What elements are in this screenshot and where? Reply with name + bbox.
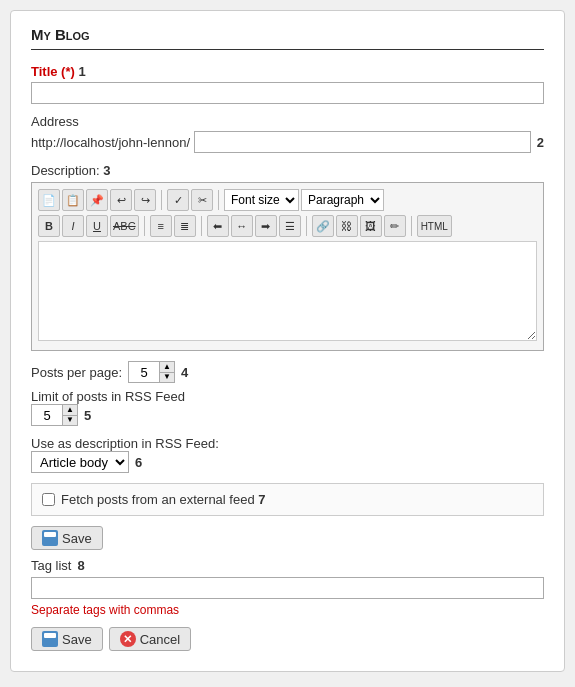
rss-limit-spinner[interactable]: ▲ ▼ (31, 404, 78, 426)
toolbar-sep1 (161, 190, 162, 210)
save-icon-bottom (42, 631, 58, 647)
toolbar-html-btn[interactable]: HTML (417, 215, 452, 237)
toolbar-undo-icon[interactable]: ↩ (110, 189, 132, 211)
toolbar-sep2 (218, 190, 219, 210)
toolbar-justify-btn[interactable]: ☰ (279, 215, 301, 237)
toolbar-sep5 (306, 216, 307, 236)
tags-hint: Separate tags with commas (31, 603, 544, 617)
save-icon-top (42, 530, 58, 546)
toolbar-unlink-btn[interactable]: ⛓ (336, 215, 358, 237)
address-row: http://localhost/john-lennon/ 2 (31, 131, 544, 153)
tag-list-num: 8 (77, 558, 84, 573)
editor-toolbar-row2: B I U ABC ≡ ≣ ⬅ ↔ ➡ ☰ 🔗 ⛓ 🖼 ✏ HTML (38, 215, 537, 237)
save-button-bottom[interactable]: Save (31, 627, 103, 651)
cancel-button[interactable]: ✕ Cancel (109, 627, 191, 651)
fetch-checkbox-label: Fetch posts from an external feed 7 (61, 492, 266, 507)
toolbar-align-center-btn[interactable]: ↔ (231, 215, 253, 237)
toolbar-ol-btn[interactable]: ≣ (174, 215, 196, 237)
editor-toolbar-row1: 📄 📋 📌 ↩ ↪ ✓ ✂ Font size 8 9 10 12 14 18 (38, 189, 537, 211)
cancel-icon: ✕ (120, 631, 136, 647)
posts-per-page-spinner[interactable]: ▲ ▼ (128, 361, 175, 383)
address-input[interactable] (194, 131, 531, 153)
posts-per-page-label: Posts per page: (31, 365, 122, 380)
toolbar-ul-btn[interactable]: ≡ (150, 215, 172, 237)
fetch-checkbox-row: Fetch posts from an external feed 7 (31, 483, 544, 516)
toolbar-sep6 (411, 216, 412, 236)
rss-limit-down[interactable]: ▼ (63, 416, 77, 426)
rss-limit-row: ▲ ▼ 5 (31, 404, 544, 426)
page-title: My Blog (31, 26, 544, 50)
rss-limit-up[interactable]: ▲ (63, 405, 77, 416)
title-num: 1 (78, 64, 85, 79)
tag-list-label-row: Tag list 8 (31, 558, 544, 573)
rss-description-select-container: Article body Description (31, 451, 129, 473)
posts-per-page-up[interactable]: ▲ (160, 362, 174, 373)
rss-limit-label: Limit of posts in RSS Feed (31, 389, 544, 404)
save-btn-row-top: Save (31, 526, 544, 550)
toolbar-copy-icon[interactable]: 📋 (62, 189, 84, 211)
tag-list-row: Tag list 8 Separate tags with commas (31, 558, 544, 617)
toolbar-doc-icon[interactable]: 📄 (38, 189, 60, 211)
toolbar-align-left-btn[interactable]: ⬅ (207, 215, 229, 237)
page-container: My Blog Title (*) 1 Address http://local… (10, 10, 565, 672)
title-required-indicator: Title (*) (31, 64, 75, 79)
toolbar-strikethrough-btn[interactable]: ABC (110, 215, 139, 237)
rss-limit-num: 5 (84, 408, 91, 423)
save-button-top[interactable]: Save (31, 526, 103, 550)
posts-per-page-down[interactable]: ▼ (160, 373, 174, 383)
rss-description-select[interactable]: Article body Description (32, 452, 128, 472)
posts-per-page-num: 4 (181, 365, 188, 380)
address-field-row: Address http://localhost/john-lennon/ 2 (31, 114, 544, 153)
description-field-row: Description: 3 📄 📋 📌 ↩ ↪ ✓ ✂ Font size 8… (31, 163, 544, 351)
rss-description-num: 6 (135, 455, 142, 470)
toolbar-italic-btn[interactable]: I (62, 215, 84, 237)
rss-description-field-row: Use as description in RSS Feed: Article … (31, 436, 544, 473)
font-size-select[interactable]: Font size 8 9 10 12 14 18 (224, 189, 299, 211)
toolbar-sep3 (144, 216, 145, 236)
description-label: Description: 3 (31, 163, 544, 178)
toolbar-underline-btn[interactable]: U (86, 215, 108, 237)
toolbar-edit-btn[interactable]: ✏ (384, 215, 406, 237)
address-label: Address (31, 114, 544, 129)
toolbar-bold-btn[interactable]: B (38, 215, 60, 237)
title-input[interactable] (31, 82, 544, 104)
toolbar-spellcheck-icon[interactable]: ✓ (167, 189, 189, 211)
description-num: 3 (103, 163, 110, 178)
toolbar-sep4 (201, 216, 202, 236)
spinner-arrows-2: ▲ ▼ (62, 405, 77, 425)
editor-container: 📄 📋 📌 ↩ ↪ ✓ ✂ Font size 8 9 10 12 14 18 (31, 182, 544, 351)
spinner-arrows-1: ▲ ▼ (159, 362, 174, 382)
toolbar-align-right-btn[interactable]: ➡ (255, 215, 277, 237)
toolbar-link-btn[interactable]: 🔗 (312, 215, 334, 237)
bottom-btn-row: Save ✕ Cancel (31, 627, 544, 651)
toolbar-image-btn[interactable]: 🖼 (360, 215, 382, 237)
description-editor[interactable] (38, 241, 537, 341)
paragraph-style-select[interactable]: Paragraph Heading 1 Heading 2 Heading 3 (301, 189, 384, 211)
posts-per-page-row: Posts per page: ▲ ▼ 4 (31, 361, 544, 383)
rss-description-label: Use as description in RSS Feed: (31, 436, 544, 451)
rss-description-row: Article body Description 6 (31, 451, 544, 473)
toolbar-redo-icon[interactable]: ↪ (134, 189, 156, 211)
address-num: 2 (537, 135, 544, 150)
tag-input[interactable] (31, 577, 544, 599)
rss-limit-input[interactable] (32, 405, 62, 425)
rss-limit-field-row: Limit of posts in RSS Feed ▲ ▼ 5 (31, 389, 544, 426)
toolbar-paste-icon[interactable]: 📌 (86, 189, 108, 211)
title-label: Title (*) 1 (31, 64, 544, 79)
posts-per-page-input[interactable] (129, 362, 159, 382)
fetch-num: 7 (258, 492, 265, 507)
toolbar-source-icon[interactable]: ✂ (191, 189, 213, 211)
title-field-row: Title (*) 1 (31, 64, 544, 104)
fetch-checkbox[interactable] (42, 493, 55, 506)
address-prefix: http://localhost/john-lennon/ (31, 135, 190, 150)
